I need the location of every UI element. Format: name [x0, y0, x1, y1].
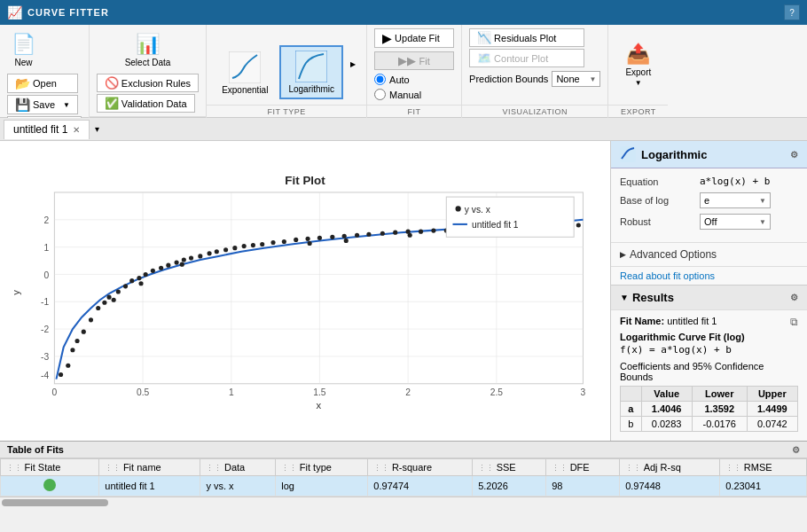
validation-data-button[interactable]: ✅ Validation Data [97, 94, 195, 113]
advanced-options-arrow-icon: ▶ [620, 250, 626, 259]
fits-col-fit-name[interactable]: Fit name [99, 459, 200, 476]
fits-col-r-square[interactable]: R-square [368, 459, 473, 476]
results-expand-icon[interactable]: ▼ [620, 293, 629, 302]
fit-cell-sse: 5.2026 [473, 476, 546, 497]
read-fit-options-link[interactable]: Read about fit options [611, 267, 807, 285]
svg-point-52 [223, 247, 228, 252]
svg-point-54 [242, 244, 247, 248]
coefficients-row: Coefficients and 95% Confidence Bounds V… [620, 361, 798, 432]
svg-point-83 [112, 298, 116, 302]
svg-point-82 [66, 364, 70, 368]
svg-text:-4: -4 [41, 371, 49, 380]
svg-text:3: 3 [581, 387, 586, 397]
svg-point-62 [330, 235, 334, 239]
open-button[interactable]: 📂 Open [7, 74, 78, 93]
svg-point-37 [106, 295, 111, 300]
tab-close-button[interactable]: ✕ [73, 125, 80, 135]
prediction-bounds-select[interactable]: None ▼ [552, 71, 600, 87]
fit-cell-data: y vs. x [200, 476, 276, 497]
residuals-plot-button[interactable]: 📉 Residuals Plot [469, 28, 584, 47]
help-button[interactable]: ? [784, 4, 800, 20]
svg-point-39 [123, 284, 128, 288]
coeff-row: a1.40461.35921.4499 [621, 402, 798, 417]
svg-point-53 [232, 246, 237, 250]
table-of-fits: Table of Fits ⚙ Fit StateFit nameDataFit… [0, 441, 807, 507]
fit-options-gear-icon[interactable]: ⚙ [790, 150, 798, 160]
save-button[interactable]: 💾 Save ▼ [7, 95, 78, 114]
svg-text:y: y [11, 290, 21, 295]
fits-col-sse[interactable]: SSE [473, 459, 546, 476]
table-gear-icon[interactable]: ⚙ [792, 445, 800, 455]
svg-point-55 [251, 243, 255, 247]
coeff-col-upper: Upper [747, 387, 797, 402]
update-fit-button[interactable]: ▶ Update Fit [374, 28, 454, 48]
fit-type-label: FIT TYPE [207, 105, 366, 118]
visualization-label: VISUALIZATION [462, 105, 607, 118]
fit-cell-rsquare: 0.97474 [368, 476, 473, 497]
robust-select[interactable]: Off ▼ [700, 214, 771, 230]
auto-radio[interactable]: Auto [374, 74, 410, 85]
base-of-log-select[interactable]: e ▼ [700, 192, 771, 208]
svg-text:0: 0 [52, 387, 58, 397]
fit-button[interactable]: ▶▶ Fit [374, 51, 454, 70]
fits-table-scrollbar-thumb[interactable] [2, 499, 108, 506]
table-of-fits-title: Table of Fits [7, 444, 64, 455]
results-section: Fit Name: untitled fit 1 ⧉ Logarithmic C… [611, 310, 807, 441]
svg-text:-1: -1 [41, 297, 49, 307]
svg-point-41 [137, 276, 141, 280]
advanced-options-toggle[interactable]: ▶ Advanced Options [611, 243, 807, 267]
fits-col-fit-type[interactable]: Fit type [276, 459, 368, 476]
svg-point-46 [175, 261, 179, 265]
svg-point-48 [189, 255, 193, 260]
title-bar: 📈 CURVE FITTER ? [0, 0, 807, 25]
exclusion-rules-button[interactable]: 🚫 Exclusion Rules [97, 74, 199, 92]
svg-point-47 [182, 257, 186, 262]
advanced-options-label: Advanced Options [630, 248, 717, 261]
equation-label: Equation [620, 176, 700, 187]
fits-col-dfe[interactable]: DFE [546, 459, 620, 476]
svg-point-38 [116, 289, 121, 293]
export-button[interactable]: 📤 Export ▼ [615, 38, 661, 91]
results-gear-icon[interactable]: ⚙ [790, 293, 798, 302]
svg-point-35 [96, 306, 100, 310]
fit-cell-name: untitled fit 1 [99, 476, 200, 497]
svg-point-40 [129, 278, 134, 283]
fits-table-row[interactable]: untitled fit 1y vs. xlog0.974745.2026980… [1, 476, 807, 497]
svg-point-88 [408, 233, 412, 238]
svg-point-31 [70, 348, 74, 352]
coeff-row: b0.0283-0.01760.0742 [621, 417, 798, 432]
results-header: ▼ Results ⚙ [611, 285, 807, 310]
plot-area: Fit Plot [0, 141, 610, 441]
manual-radio[interactable]: Manual [374, 89, 421, 100]
fit-tab[interactable]: untitled fit 1 ✕ [4, 120, 90, 139]
coeff-cell-upper: 0.0742 [747, 417, 797, 432]
select-data-button[interactable]: 📊 Select Data [121, 28, 176, 72]
prediction-bounds-label: Prediction Bounds [469, 74, 548, 84]
fit-type-more-button[interactable]: ▶ [347, 28, 359, 99]
svg-point-58 [282, 239, 286, 244]
legend-scatter: y vs. x [465, 205, 491, 215]
app-icon: 📈 [7, 5, 22, 20]
coeff-col-param [621, 387, 642, 402]
svg-point-64 [355, 233, 359, 238]
fits-col-rmse[interactable]: RMSE [720, 459, 807, 476]
svg-point-69 [419, 230, 423, 234]
svg-point-51 [215, 249, 219, 254]
main-layout: Fit Plot [0, 141, 807, 441]
tab-overflow-button[interactable]: ▾ [93, 122, 101, 136]
exponential-button[interactable]: Exponential [214, 47, 276, 99]
robust-label: Robust [620, 216, 700, 227]
fits-col-data[interactable]: Data [200, 459, 276, 476]
copy-fit-name-button[interactable]: ⧉ [790, 316, 798, 328]
fits-col-adj-r-sq[interactable]: Adj R-sq [620, 459, 720, 476]
new-button[interactable]: 📄 New [7, 28, 40, 72]
robust-value: Off [704, 216, 717, 227]
fit-type-label: Logarithmic Curve Fit (log) [620, 332, 745, 342]
fit-options-title: Logarithmic [641, 148, 707, 161]
fit-state-cell [1, 476, 99, 497]
fit-label: FIT [367, 105, 461, 118]
logarithmic-button[interactable]: Logarithmic [279, 45, 343, 99]
fit-cell-dfe: 98 [546, 476, 620, 497]
fits-table-scrollbar[interactable] [0, 497, 807, 507]
fits-col-fit-state[interactable]: Fit State [1, 459, 99, 476]
